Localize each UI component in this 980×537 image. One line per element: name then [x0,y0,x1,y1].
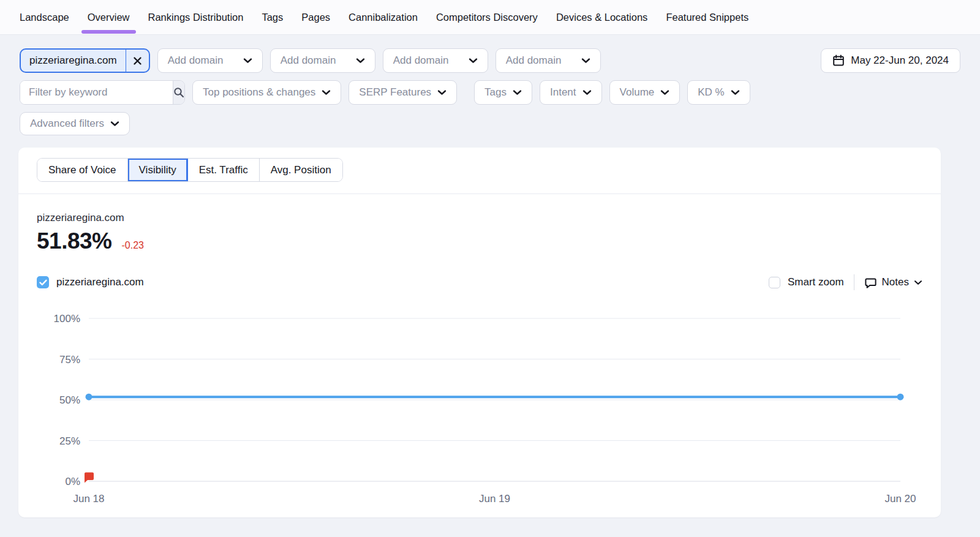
date-range-label: May 22-Jun 20, 2024 [851,54,949,67]
tab-cannibalization[interactable]: Cannibalization [349,0,418,35]
legend-domain-label: pizzeriaregina.com [56,276,144,288]
y-axis-tick: 75% [59,354,80,366]
advanced-filters-button[interactable]: Advanced filters [20,112,130,135]
visibility-card: Share of Voice Visibility Est. Traffic A… [18,148,941,517]
tab-featured-snippets[interactable]: Featured Snippets [666,0,748,35]
tab-competitors-discovery[interactable]: Competitors Discovery [436,0,538,35]
filter-label: Tags [484,86,507,99]
checkbox-unchecked[interactable] [769,277,780,288]
advanced-filters-row: Advanced filters [20,112,960,135]
series-endpoint-dot[interactable] [897,394,904,400]
keyword-filter-input[interactable] [20,81,173,104]
chevron-down-icon [243,58,252,64]
smart-zoom-label: Smart zoom [788,276,844,288]
x-axis-tick: Jun 18 [73,493,104,505]
filter-volume[interactable]: Volume [609,80,680,105]
add-domain-label: Add domain [281,54,336,67]
tab-share-of-voice[interactable]: Share of Voice [37,159,128,181]
y-axis-tick: 100% [54,313,80,325]
chevron-down-icon [469,58,478,64]
add-domain-button-4[interactable]: Add domain [496,48,601,73]
y-axis-tick: 50% [59,394,80,406]
filter-tags[interactable]: Tags [474,80,532,105]
metric-segmented-control: Share of Voice Visibility Est. Traffic A… [37,158,343,182]
top-navigation: Landscape Overview Rankings Distribution… [0,0,980,35]
filter-serp-features[interactable]: SERP Features [349,80,457,105]
filter-label: Volume [620,86,655,99]
add-domain-label: Add domain [168,54,224,67]
chevron-down-icon [660,89,669,96]
tab-avg-position[interactable]: Avg. Position [260,159,342,181]
chevron-down-icon [356,58,365,64]
filter-label: SERP Features [359,86,431,99]
add-domain-button-2[interactable]: Add domain [270,48,375,73]
tab-tags[interactable]: Tags [262,0,283,35]
search-icon[interactable] [173,81,184,104]
filter-label: Intent [550,86,576,99]
calendar-icon [832,54,845,67]
add-domain-label: Add domain [506,54,562,67]
tab-devices-locations[interactable]: Devices & Locations [556,0,648,35]
filter-top-positions[interactable]: Top positions & changes [192,80,341,105]
chevron-down-icon [322,89,331,96]
vertical-divider [854,274,854,290]
add-domain-button-1[interactable]: Add domain [157,48,263,73]
y-axis-tick: 0% [65,476,80,487]
legend-item-domain[interactable]: pizzeriaregina.com [37,276,144,288]
check-icon [39,279,47,286]
date-range-button[interactable]: May 22-Jun 20, 2024 [821,48,960,73]
advanced-filters-label: Advanced filters [30,118,104,130]
domains-row: pizzeriaregina.com Add domain Add domain… [20,48,960,73]
filter-area: pizzeriaregina.com Add domain Add domain… [0,35,980,135]
filter-intent[interactable]: Intent [540,80,602,105]
series-endpoint-dot[interactable] [86,394,92,400]
chevron-down-icon [437,89,447,96]
metric-tab-row: Share of Voice Visibility Est. Traffic A… [18,148,941,194]
filter-kd[interactable]: KD % [687,80,750,105]
notes-button[interactable]: Notes [864,276,922,289]
chart-controls-row: pizzeriaregina.com Smart zoom Notes [18,274,941,290]
x-axis-tick: Jun 19 [479,493,510,505]
selected-domain-label: pizzeriaregina.com [21,50,126,72]
checkbox-checked[interactable] [37,276,49,288]
tab-pages[interactable]: Pages [301,0,330,35]
chevron-down-icon [582,89,592,96]
chevron-down-icon [581,58,590,64]
close-icon[interactable] [126,50,149,72]
keyword-filter [20,80,185,105]
x-axis-tick: Jun 20 [884,493,916,505]
chevron-down-icon [731,89,740,96]
metric-summary: pizzeriaregina.com 51.83% -0.23 [18,194,941,254]
smart-zoom-toggle[interactable]: Smart zoom [769,276,844,288]
keyword-filters-row: Top positions & changes SERP Features Ta… [20,80,960,105]
tab-overview[interactable]: Overview [88,0,130,35]
filter-label: KD % [698,86,724,99]
tab-rankings-distribution[interactable]: Rankings Distribution [148,0,244,35]
metric-domain-label: pizzeriaregina.com [37,212,922,224]
metric-value: 51.83% [37,228,112,254]
chevron-down-icon [914,280,922,285]
filter-label: Top positions & changes [203,86,315,99]
chevron-down-icon [513,89,522,96]
tab-visibility[interactable]: Visibility [128,159,188,181]
y-axis-tick: 25% [59,435,80,447]
chevron-down-icon [110,121,119,127]
visibility-line-chart[interactable]: 0%25%50%75%100%Jun 18Jun 19Jun 20 [18,306,941,508]
chart-tools: Smart zoom Notes [769,274,922,290]
add-domain-button-3[interactable]: Add domain [383,48,488,73]
selected-domain-chip: pizzeriaregina.com [20,48,150,73]
metric-change-badge: -0.23 [122,240,144,251]
notes-label: Notes [882,276,909,288]
tab-est-traffic[interactable]: Est. Traffic [188,159,260,181]
add-domain-label: Add domain [393,54,449,67]
notes-icon [864,276,877,289]
tab-landscape[interactable]: Landscape [20,0,69,35]
